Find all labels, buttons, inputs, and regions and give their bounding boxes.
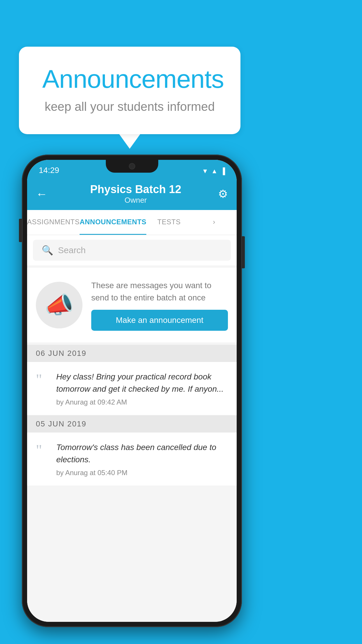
content-area: 🔍 Search 📣 These are messages you want t… [27,235,237,622]
make-announcement-button[interactable]: Make an announcement [91,310,228,331]
app-bar-subtitle: Owner [53,196,218,205]
status-icons: ▼ ▲ ▐ [202,167,225,175]
announcement-author-1: by Anurag at 09:42 AM [56,398,228,406]
tab-bar: ASSIGNMENTS ANNOUNCEMENTS TESTS › [27,210,237,235]
search-bar[interactable]: 🔍 Search [33,240,231,261]
phone-volume-button [19,219,22,242]
quote-icon-1: " [36,372,50,387]
quote-icon-2: " [36,443,50,458]
announcement-content-1: Hey class! Bring your practical record b… [56,371,228,406]
announcement-author-2: by Anurag at 05:40 PM [56,469,228,477]
date-label-2: 05 JUN 2019 [36,419,87,428]
tab-tests[interactable]: TESTS [146,210,191,235]
prompt-right: These are messages you want to send to t… [91,279,228,331]
prompt-description: These are messages you want to send to t… [91,279,228,304]
phone-mockup: 14:29 ▼ ▲ ▐ ← Physics Batch 12 Owner ⚙ [22,155,242,627]
announcement-text-2: Tomorrow's class has been cancelled due … [56,441,228,466]
megaphone-circle: 📣 [36,282,82,328]
settings-icon[interactable]: ⚙ [218,188,228,200]
date-label-1: 06 JUN 2019 [36,349,87,358]
speech-bubble-card: Announcements keep all your students inf… [19,47,240,134]
speech-bubble-arrow [119,134,140,149]
announcement-text-1: Hey class! Bring your practical record b… [56,371,228,395]
phone-notch [106,160,158,173]
search-icon: 🔍 [42,245,53,256]
phone-camera [129,163,135,169]
speech-bubble-section: Announcements keep all your students inf… [19,47,240,149]
battery-icon: ▐ [220,167,225,175]
search-input[interactable]: Search [58,245,86,255]
speech-bubble-subtitle: keep all your students informed [42,100,217,114]
wifi-icon: ▼ [202,167,208,175]
megaphone-icon: 📣 [45,291,74,319]
phone-frame: 14:29 ▼ ▲ ▐ ← Physics Batch 12 Owner ⚙ [22,155,242,627]
tab-announcements[interactable]: ANNOUNCEMENTS [80,210,146,235]
announcement-item-2[interactable]: " Tomorrow's class has been cancelled du… [27,433,237,486]
tab-more[interactable]: › [191,210,237,235]
search-container: 🔍 Search [27,235,237,265]
phone-screen: 14:29 ▼ ▲ ▐ ← Physics Batch 12 Owner ⚙ [27,160,237,622]
app-bar-title-section: Physics Batch 12 Owner [53,183,218,205]
announcement-content-2: Tomorrow's class has been cancelled due … [56,441,228,477]
phone-power-button [242,236,245,268]
date-divider-1: 06 JUN 2019 [27,345,237,362]
back-button[interactable]: ← [36,188,48,201]
tab-assignments[interactable]: ASSIGNMENTS [27,210,80,235]
signal-icon: ▲ [211,167,218,175]
app-bar-title: Physics Batch 12 [53,183,218,196]
speech-bubble-title: Announcements [42,64,217,94]
announcement-prompt: 📣 These are messages you want to send to… [27,268,237,342]
status-time: 14:29 [39,166,59,175]
date-divider-2: 05 JUN 2019 [27,415,237,433]
app-bar: ← Physics Batch 12 Owner ⚙ [27,178,237,210]
announcement-item-1[interactable]: " Hey class! Bring your practical record… [27,362,237,415]
